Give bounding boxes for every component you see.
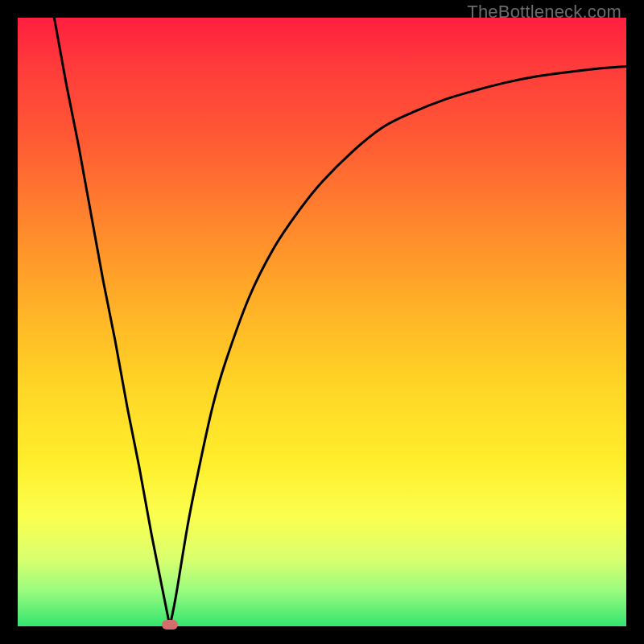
min-point-marker bbox=[162, 620, 178, 630]
chart-frame: TheBottleneck.com bbox=[0, 0, 644, 644]
bottleneck-curve bbox=[18, 18, 626, 626]
plot-area bbox=[18, 18, 626, 626]
